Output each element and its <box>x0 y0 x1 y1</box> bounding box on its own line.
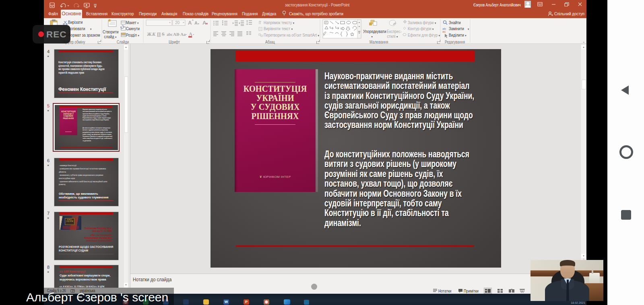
svg-text:П: П <box>157 31 161 37</box>
svg-text:Аа: Аа <box>180 32 186 37</box>
svg-text:abc: abc <box>167 32 173 37</box>
svg-text:A: A <box>194 21 198 25</box>
svg-text:ac: ac <box>442 30 446 33</box>
svg-text:Ж: Ж <box>147 31 152 37</box>
svg-text:A: A <box>188 20 192 26</box>
svg-text:К: К <box>152 31 156 37</box>
svg-text:S: S <box>162 31 165 37</box>
svg-text:A: A <box>202 20 206 26</box>
svg-text:А: А <box>189 31 192 37</box>
svg-text:20: 20 <box>175 21 180 25</box>
